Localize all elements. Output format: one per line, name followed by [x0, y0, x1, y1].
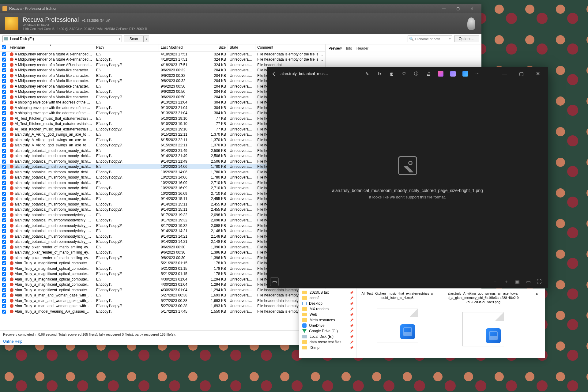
nav-item[interactable]: MX renders📌	[299, 306, 356, 312]
nav-item[interactable]: aceof📌	[299, 295, 356, 301]
row-checkbox[interactable]	[2, 283, 6, 287]
row-checkbox[interactable]	[2, 106, 6, 110]
row-checkbox[interactable]	[2, 229, 6, 233]
nav-item[interactable]: Local Disk (E:)📌	[299, 334, 356, 339]
col-filename[interactable]: Filename	[8, 44, 94, 51]
row-checkbox[interactable]	[2, 170, 6, 174]
row-checkbox[interactable]	[2, 90, 6, 94]
fullscreen-icon[interactable]: ⛶	[534, 277, 545, 286]
row-checkbox[interactable]	[2, 304, 6, 308]
row-checkbox[interactable]	[2, 245, 6, 249]
row-checkbox[interactable]	[2, 74, 6, 78]
close-button[interactable]: ✕	[465, 4, 479, 13]
row-checkbox[interactable]	[2, 133, 6, 137]
row-checkbox[interactable]	[2, 95, 6, 99]
file-item[interactable]: AI_Test_Kitchen_music_that_extraterrestr…	[361, 290, 434, 357]
nav-item[interactable]: 2023US tax📌	[299, 290, 356, 295]
row-checkbox[interactable]	[2, 192, 6, 196]
favorite-icon[interactable]: ♡	[399, 70, 409, 78]
col-path[interactable]: Path	[94, 44, 159, 51]
row-checkbox[interactable]	[2, 181, 6, 185]
row-checkbox[interactable]	[2, 143, 6, 147]
col-comment[interactable]: Comment	[255, 44, 325, 51]
rotate-icon[interactable]: ↻	[375, 70, 384, 78]
table-row[interactable]: Alan_Truly_a_man_and_woman_gaze_with_won…	[0, 303, 325, 309]
row-checkbox[interactable]	[2, 288, 6, 292]
row-checkbox[interactable]	[2, 111, 6, 115]
col-size[interactable]: Size	[200, 44, 228, 51]
row-checkbox[interactable]	[2, 138, 6, 142]
row-checkbox[interactable]	[2, 261, 6, 265]
table-row[interactable]: A Midjourney render of a future AR-enhan…	[0, 57, 325, 62]
print-icon[interactable]: 🖨	[424, 70, 433, 78]
tab-info[interactable]: Info	[346, 46, 352, 51]
row-checkbox[interactable]	[2, 122, 6, 126]
options-button[interactable]: Options...	[454, 36, 479, 42]
row-checkbox[interactable]	[2, 293, 6, 297]
row-checkbox[interactable]	[2, 224, 6, 228]
row-checkbox[interactable]	[2, 68, 6, 72]
filmstrip-button[interactable]: ▭	[270, 277, 279, 286]
info-icon[interactable]: ⓘ	[411, 70, 421, 78]
row-checkbox[interactable]	[2, 251, 6, 254]
col-last-modified[interactable]: Last Modified	[159, 44, 200, 51]
table-row[interactable]: Alan_Truly_a_man_and_woman_gaze_with_won…	[0, 298, 325, 303]
tab-preview[interactable]: Preview	[329, 46, 342, 51]
table-row[interactable]: A Midjourney render of a future AR-enhan…	[0, 51, 325, 57]
row-checkbox[interactable]	[2, 149, 6, 153]
row-checkbox[interactable]	[2, 117, 6, 121]
table-row[interactable]: Alan_Truly_a_model_wearing_AR_glasses_on…	[0, 309, 325, 314]
row-checkbox[interactable]	[2, 197, 6, 201]
nav-item[interactable]: OneDrive📌	[299, 323, 356, 328]
row-checkbox[interactable]	[2, 235, 6, 239]
row-checkbox[interactable]	[2, 127, 6, 131]
titlebar[interactable]: Recuva - Professional Edition — ▢ ✕	[0, 4, 481, 13]
row-checkbox[interactable]	[2, 186, 6, 190]
row-checkbox[interactable]	[2, 240, 6, 244]
more-icon[interactable]: ⋯	[473, 70, 482, 78]
row-checkbox[interactable]	[2, 310, 6, 314]
close-button[interactable]: ✕	[531, 67, 545, 80]
row-checkbox[interactable]	[2, 58, 6, 62]
designer-icon[interactable]	[448, 70, 458, 78]
photos-titlebar[interactable]: alan.truly_botanical_mus... ✎ ↻ 🗑 ♡ ⓘ 🖨 …	[267, 67, 548, 80]
delete-icon[interactable]: 🗑	[387, 70, 397, 78]
row-checkbox[interactable]	[2, 160, 6, 164]
clipchamp-icon[interactable]	[436, 70, 446, 78]
minimize-button[interactable]: —	[498, 67, 512, 80]
drive-select[interactable]: Local Disk (E:) ▾	[2, 36, 122, 42]
nav-item[interactable]: Web📌	[299, 312, 356, 317]
filter-input[interactable]: 🔍 Filename or path ▾	[408, 36, 452, 42]
nav-item[interactable]: Meta resources📌	[299, 317, 356, 323]
minimize-button[interactable]: —	[437, 4, 451, 13]
row-checkbox[interactable]	[2, 85, 6, 89]
row-checkbox[interactable]	[2, 175, 6, 179]
row-checkbox[interactable]	[2, 63, 6, 67]
onedrive-icon[interactable]	[460, 70, 470, 78]
row-checkbox[interactable]	[2, 165, 6, 169]
back-button[interactable]	[270, 70, 278, 78]
zoom-out-icon[interactable]: －	[490, 277, 501, 286]
table-row[interactable]: Alan_Truly_a_man_and_woman_gaze_with_won…	[0, 293, 325, 298]
nav-item[interactable]: Desktop📌	[299, 301, 356, 306]
maximize-button[interactable]: ▢	[514, 67, 528, 80]
table-row[interactable]: A Midjourney render of a future AR-enhan…	[0, 62, 325, 68]
scan-button[interactable]: Scan	[124, 36, 143, 42]
col-state[interactable]: State	[228, 44, 255, 51]
row-checkbox[interactable]	[2, 267, 6, 271]
nav-item[interactable]: Google Drive (G:)📌	[299, 328, 356, 334]
fit-icon[interactable]: ▣	[512, 277, 523, 286]
tab-header[interactable]: Header	[356, 46, 368, 51]
edit-icon[interactable]: ✎	[362, 70, 372, 78]
row-checkbox[interactable]	[2, 299, 6, 303]
maximize-button[interactable]: ▢	[451, 4, 465, 13]
zoom-in-icon[interactable]: ＋	[501, 277, 512, 286]
row-checkbox[interactable]	[2, 79, 6, 83]
file-item[interactable]: a	[533, 290, 541, 357]
row-checkbox[interactable]	[2, 208, 6, 212]
row-checkbox[interactable]	[2, 256, 6, 260]
row-checkbox[interactable]	[2, 218, 6, 222]
row-checkbox[interactable]	[2, 213, 6, 217]
row-checkbox[interactable]	[2, 52, 6, 56]
row-checkbox[interactable]	[2, 277, 6, 281]
